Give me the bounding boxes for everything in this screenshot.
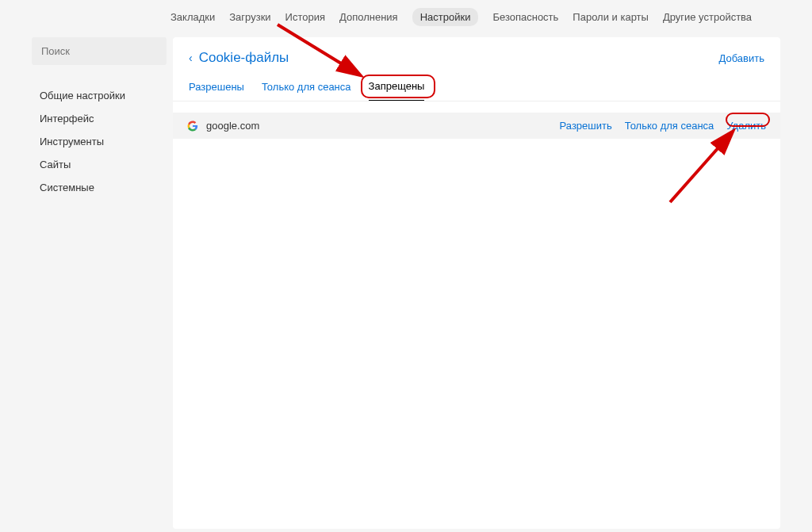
- sidebar-item-sites[interactable]: Сайты: [32, 153, 167, 176]
- sidebar: Общие настройки Интерфейс Инструменты Са…: [32, 37, 167, 529]
- tab-bookmarks[interactable]: Закладки: [170, 11, 215, 23]
- search-input[interactable]: [32, 37, 167, 65]
- row-domain: google.com: [206, 120, 259, 132]
- row-action-delete[interactable]: Удалить: [726, 120, 766, 132]
- top-tabs: Закладки Загрузки История Дополнения Нас…: [170, 0, 812, 37]
- tab-downloads[interactable]: Загрузки: [229, 11, 270, 23]
- tab-settings[interactable]: Настройки: [412, 8, 479, 26]
- sidebar-item-interface[interactable]: Интерфейс: [32, 107, 167, 130]
- tab-security[interactable]: Безопасность: [492, 11, 558, 23]
- google-icon: [187, 121, 198, 132]
- tab-addons[interactable]: Дополнения: [339, 11, 398, 23]
- tab-other-devices[interactable]: Другие устройства: [663, 11, 752, 23]
- chevron-left-icon: ‹: [189, 52, 193, 64]
- subtab-session[interactable]: Только для сеанса: [262, 81, 351, 101]
- subtab-allowed[interactable]: Разрешены: [189, 81, 244, 101]
- add-button[interactable]: Добавить: [719, 52, 764, 64]
- page-title: Cookie-файлы: [199, 50, 289, 66]
- tab-history[interactable]: История: [285, 11, 325, 23]
- sidebar-item-tools[interactable]: Инструменты: [32, 130, 167, 153]
- table-row: google.com Разрешить Только для сеанса У…: [173, 113, 780, 139]
- row-action-allow[interactable]: Разрешить: [560, 120, 612, 132]
- subtabs: Разрешены Только для сеанса Запрещены: [189, 80, 764, 101]
- row-action-session[interactable]: Только для сеанса: [625, 120, 714, 132]
- tab-passwords[interactable]: Пароли и карты: [573, 11, 649, 23]
- main-panel: ‹ Cookie-файлы Добавить Разрешены Только…: [173, 37, 780, 529]
- back-to-cookies[interactable]: ‹ Cookie-файлы: [189, 50, 289, 66]
- sidebar-item-system[interactable]: Системные: [32, 176, 167, 199]
- subtab-blocked[interactable]: Запрещены: [369, 80, 425, 101]
- sidebar-item-general[interactable]: Общие настройки: [32, 84, 167, 107]
